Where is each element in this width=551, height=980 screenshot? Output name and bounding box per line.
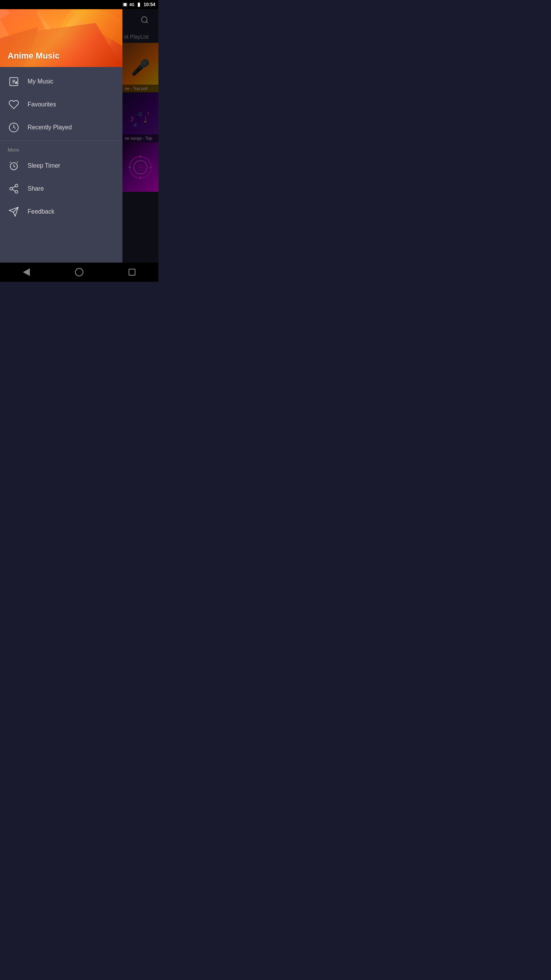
favourites-label: Favourites [28, 101, 56, 108]
heart-icon [8, 98, 20, 111]
back-icon [23, 268, 30, 276]
clock-icon [8, 121, 20, 134]
overlay[interactable] [122, 9, 158, 263]
home-button[interactable] [68, 263, 91, 282]
share-label: Share [28, 185, 44, 192]
sidebar-item-my-music[interactable]: My Music [0, 70, 122, 93]
status-bar: 4G 10:54 [0, 0, 158, 9]
menu-divider [0, 140, 122, 141]
share-icon [8, 183, 20, 195]
home-icon [75, 268, 83, 276]
recently-played-label: Recently Played [28, 124, 72, 131]
drawer-header: Anime Music [0, 0, 122, 67]
sidebar-item-favourites[interactable]: Favourites [0, 93, 122, 116]
music-note-icon [8, 75, 20, 88]
bottom-nav [0, 263, 158, 282]
svg-line-27 [10, 162, 11, 163]
drawer-title: Anime Music [8, 51, 60, 61]
favourites-icon-graphic [8, 99, 19, 110]
alarm-icon [8, 160, 20, 172]
sleep-timer-label: Sleep Timer [28, 162, 60, 169]
svg-point-29 [15, 184, 18, 187]
feedback-icon-graphic [8, 206, 19, 217]
drawer: Anime Music My Music Favourites [0, 0, 122, 263]
sidebar-item-sleep-timer[interactable]: Sleep Timer [0, 154, 122, 177]
recents-icon [129, 269, 135, 276]
drawer-menu: My Music Favourites Recently Played Mo [0, 67, 122, 263]
back-button[interactable] [15, 263, 38, 282]
send-icon [8, 206, 20, 218]
svg-line-32 [12, 189, 15, 191]
vibrate-icon [122, 2, 128, 7]
svg-point-30 [10, 188, 13, 190]
svg-line-33 [12, 186, 15, 188]
clock-display: 10:54 [143, 2, 155, 7]
sidebar-item-share[interactable]: Share [0, 177, 122, 200]
recents-button[interactable] [121, 263, 143, 282]
status-icons: 4G 10:54 [122, 2, 155, 7]
sleep-timer-icon-graphic [8, 160, 19, 171]
battery-icon [136, 2, 142, 7]
network-icon: 4G [129, 3, 134, 7]
my-music-label: My Music [28, 78, 54, 85]
feedback-label: Feedback [28, 208, 54, 215]
sidebar-item-recently-played[interactable]: Recently Played [0, 116, 122, 139]
more-section-label: More [0, 142, 122, 154]
recently-played-icon-graphic [8, 122, 19, 133]
svg-line-28 [17, 162, 18, 163]
share-icon-graphic [8, 183, 19, 194]
my-music-icon-graphic [8, 76, 19, 87]
sidebar-item-feedback[interactable]: Feedback [0, 200, 122, 223]
svg-point-31 [15, 191, 18, 193]
